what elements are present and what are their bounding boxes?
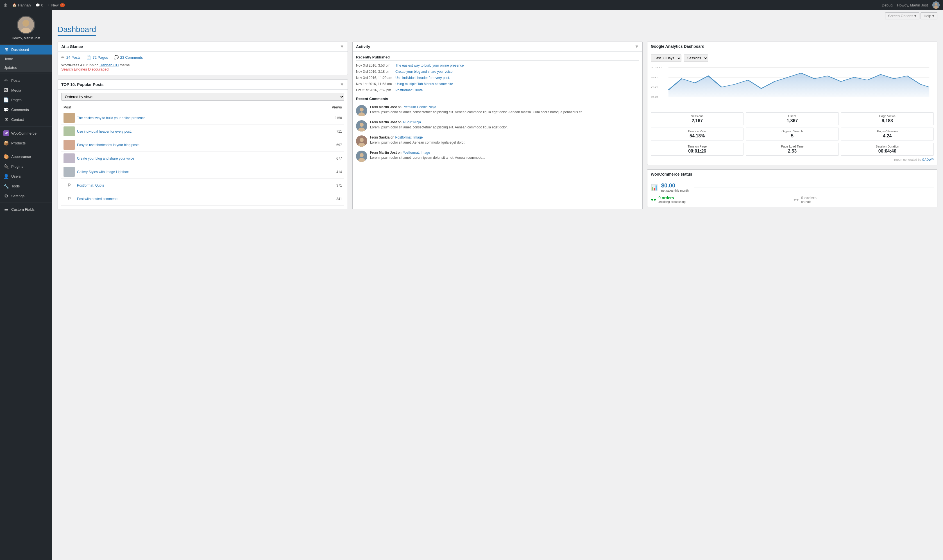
screen-meta: Screen Options ▾ Help ▾ (52, 10, 943, 19)
activity-collapse[interactable]: ▼ (634, 44, 639, 49)
at-a-glance-title: At a Glance (61, 45, 83, 49)
sidebar-item-comments[interactable]: 💬 Comments (0, 105, 52, 115)
activity-link: Use individual header for every post. (395, 76, 450, 80)
debug-link[interactable]: Debug (882, 3, 892, 7)
comment-post-link[interactable]: Premium Hoodie Ninja (402, 105, 436, 109)
custom-fields-icon: ☰ (3, 207, 9, 212)
sidebar-item-posts[interactable]: ✏ Posts (0, 75, 52, 85)
table-row: Easy to use shortcodes in your blog post… (61, 138, 344, 152)
stat-value: 4.24 (883, 134, 892, 138)
analytics-stat-box: Pages/Session 4.24 (841, 128, 934, 140)
activity-link: Postformat: Quote (395, 88, 423, 92)
comment-author: From Martin Jost on Premium Hoodie Ninja (370, 105, 585, 109)
sidebar-item-products[interactable]: 📦 Products (0, 138, 52, 148)
wp-logo-button[interactable]: ⊛ (3, 2, 8, 8)
dashboard-grid: At a Glance ▼ ✏ 24 Posts 📄 (58, 42, 937, 209)
net-sales-value: $0.00 (661, 182, 689, 189)
activity-link: The easiest way to build your online pre… (395, 63, 464, 68)
table-row: Use individual header for every post. 71… (61, 125, 344, 138)
post-title-link[interactable]: Easy to use shortcodes in your blog post… (77, 143, 139, 147)
order-count: 0 orders (658, 195, 686, 200)
sidebar-item-custom-fields[interactable]: ☰ Custom Fields (0, 205, 52, 214)
site-name-link[interactable]: 🏠 Hannah (12, 3, 31, 7)
plus-icon: + (48, 3, 50, 7)
help-button[interactable]: Help ▾ (920, 12, 937, 19)
sidebar-item-plugins[interactable]: 🔌 Plugins (0, 162, 52, 171)
analytics-period-select[interactable]: Last 30 Days (651, 54, 681, 62)
post-views: 677 (303, 152, 344, 165)
comment-body: From Martin Jost on T-Shirt Ninja Lorem … (370, 120, 508, 131)
popular-posts-collapse[interactable]: ▼ (340, 82, 344, 87)
screen-options-button[interactable]: Screen Options ▾ (885, 12, 920, 19)
analytics-stat-box: Sessions 2,167 (651, 112, 743, 125)
sidebar-item-pages[interactable]: 📄 Pages (0, 95, 52, 105)
sidebar-item-tools[interactable]: 🔧 Tools (0, 181, 52, 191)
home-icon: 🏠 (12, 3, 17, 7)
post-title-link[interactable]: Use individual header for every post. (77, 129, 132, 134)
activity-date: Nov 1st 2016, 11:53 am (356, 82, 392, 86)
stat-label: Session Duration (843, 145, 932, 148)
svg-point-11 (360, 123, 364, 127)
activity-link: Create your blog and share your voice (395, 70, 452, 74)
comment-item: From Martin Jost on Premium Hoodie Ninja… (356, 105, 639, 116)
gadwp-link[interactable]: GADWP (922, 158, 934, 161)
analytics-metric-select[interactable]: Sessions (684, 54, 708, 62)
comment-author: From Martin Jost on Postformat: Image (370, 151, 485, 155)
sidebar-item-home[interactable]: Home (0, 54, 52, 63)
user-avatar-adminbar[interactable] (932, 2, 940, 9)
sidebar-item-media[interactable]: 🖼 Media (0, 85, 52, 95)
post-title-link[interactable]: Gallery Styles with Image Lightbox (77, 170, 129, 174)
sidebar-item-dashboard[interactable]: ⊞ Dashboard Home Updates (0, 45, 52, 72)
activity-date: Nov 3rd 2016, 11:29 am (356, 76, 392, 80)
sidebar-item-users[interactable]: 👤 Users (0, 171, 52, 181)
comments-link[interactable]: 💬 0 (35, 3, 43, 7)
stat-value: 00:01:26 (688, 149, 706, 154)
page-title: Dashboard (58, 25, 96, 36)
analytics-footer: report generated by GADWP (651, 158, 934, 161)
sidebar-item-settings[interactable]: ⚙ Settings (0, 191, 52, 201)
sidebar-item-contact[interactable]: ✉ Contact (0, 115, 52, 125)
stat-value: 9,183 (882, 118, 893, 123)
woo-order-item: ●● 0 orders on-hold (794, 195, 934, 203)
recent-comments-label: Recent Comments (356, 97, 639, 102)
stat-value: 1,367 (786, 118, 798, 123)
howdy-link[interactable]: Howdy, Martin Jost (897, 3, 928, 7)
post-title-link[interactable]: Post with nested comments (77, 197, 118, 201)
new-menu[interactable]: + New 3 (48, 3, 65, 7)
recently-published-section: Recently Published Nov 3rd 2016, 3:53 pm… (356, 55, 639, 92)
woocommerce-status-title: WooCommerce status (651, 172, 692, 177)
pages-count-link[interactable]: 72 Pages (93, 55, 108, 60)
comments-count-link[interactable]: 23 Comments (120, 55, 143, 60)
analytics-stat-box: Time on Page 00:01:26 (651, 143, 743, 156)
pages-icon: 📄 (3, 97, 9, 103)
comment-item: From Martin Jost on Postformat: Image Lo… (356, 151, 639, 162)
stat-label: Time on Page (653, 145, 741, 148)
sidebar-item-updates[interactable]: Updates (0, 63, 52, 72)
commenter-avatar (356, 105, 367, 116)
contact-icon: ✉ (3, 117, 9, 122)
post-title-link[interactable]: The easiest way to build your online pre… (77, 116, 145, 120)
analytics-stat-box: Users 1,367 (746, 112, 838, 125)
table-row: P Post with nested comments 341 (61, 192, 344, 206)
posts-count-link[interactable]: 24 Posts (66, 55, 81, 60)
table-row: Create your blog and share your voice 67… (61, 152, 344, 165)
woo-order-item: ●● 0 orders awaiting processing (651, 195, 791, 203)
posts-order-select[interactable]: Ordered by views (61, 93, 344, 101)
stat-label: Sessions (653, 114, 741, 118)
comment-post-link[interactable]: Postformat: Image (395, 135, 423, 139)
svg-text:60: 60 (651, 86, 658, 89)
user-section: Howdy, Martin Jost (0, 10, 52, 45)
sidebar-item-woocommerce[interactable]: W WooCommerce (0, 128, 52, 138)
comment-post-link[interactable]: Postformat: Image (402, 151, 430, 155)
sidebar-item-appearance[interactable]: 🎨 Appearance (0, 152, 52, 162)
comment-post-link[interactable]: T-Shirt Ninja (402, 120, 421, 124)
post-title-link[interactable]: Postformat: Quote (77, 183, 104, 188)
theme-link[interactable]: Hannah CD (100, 63, 118, 67)
recent-comments-section: Recent Comments From Martin Jost on Prem… (356, 97, 639, 162)
activity-item: Nov 3rd 2016, 11:29 am Use individual he… (356, 76, 639, 80)
wp-icon: ⊛ (3, 2, 8, 8)
at-a-glance-collapse[interactable]: ▼ (340, 44, 344, 49)
post-title-link[interactable]: Create your blog and share your voice (77, 157, 134, 160)
page-icon: 📄 (86, 55, 91, 60)
pencil-icon: ✏ (61, 55, 65, 60)
